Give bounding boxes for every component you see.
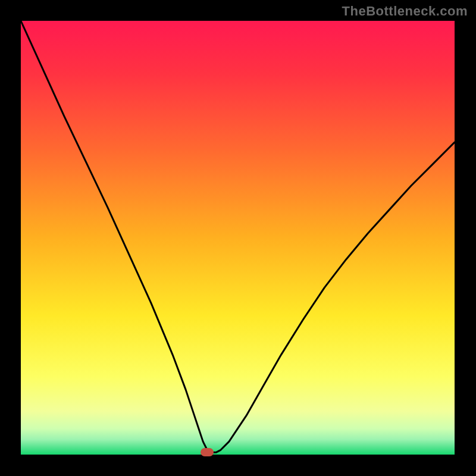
- chart-background: [21, 21, 455, 455]
- chart-svg: [21, 21, 455, 455]
- watermark-text: TheBottleneck.com: [342, 4, 468, 19]
- bottleneck-chart: [21, 21, 455, 455]
- marker-dot: [201, 448, 214, 456]
